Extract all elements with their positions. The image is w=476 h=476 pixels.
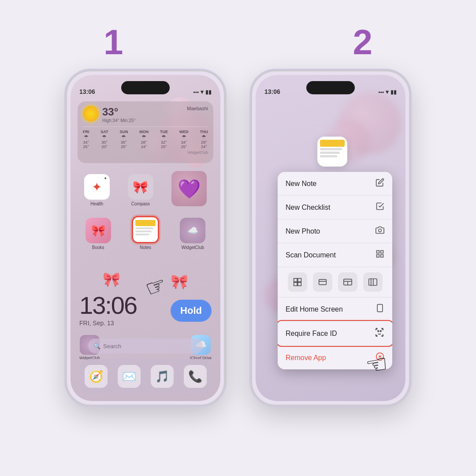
menu-item-edit-home[interactable]: Edit Home Screen [278, 298, 392, 321]
notes-app[interactable]: Notes [132, 216, 159, 250]
svg-rect-3 [381, 255, 383, 257]
expand-icon-btn[interactable] [313, 272, 332, 292]
weather-day-sun: SUN ☂ 35° 25° [119, 130, 128, 149]
weather-day-mon: MON ☂ 28° 24° [139, 130, 149, 149]
menu-item-new-note[interactable]: New Note [278, 172, 392, 196]
heart-widget: 💜 [171, 171, 207, 206]
scan-doc-label: Scan Document [286, 251, 336, 259]
step-2-number: 2 [353, 22, 373, 63]
notes-line-1 [135, 227, 153, 229]
dock-music[interactable]: 🎵 [151, 365, 174, 388]
step-1-number: 1 [104, 22, 123, 63]
new-photo-label: New Photo [286, 227, 320, 235]
heart-widget-icon: 💜 [171, 171, 207, 206]
status-time-1: 13:06 [79, 88, 95, 95]
edit-home-icon [376, 304, 384, 315]
status-icons-2: ▪▪▪ ▾ ▮▮ [378, 89, 397, 95]
wifi-icon: ▾ [201, 89, 204, 95]
books-label: Books [92, 245, 104, 250]
dock-compass[interactable]: 🧭 [85, 365, 108, 388]
bow-icon: 🎀 [133, 180, 148, 194]
notes-label: Notes [140, 245, 151, 250]
weather-city: Maebashi [187, 106, 208, 111]
remove-app-label: Remove App [286, 354, 326, 362]
search-bar-1[interactable]: 🔍 Search [88, 338, 203, 353]
weather-day-wed: WED ☂ 34° 25° [179, 130, 189, 149]
books-app[interactable]: 🎀 Books [86, 218, 111, 250]
health-app[interactable]: ✦ ✦ Health [84, 174, 110, 206]
notes-line-3 [135, 234, 149, 235]
widgetclub-label: WidgetClub [181, 245, 204, 250]
sparkle-icon: ✦ [104, 176, 107, 181]
weather-days: FRI ☂ 34° 25° SAT ☂ 30° 20° SUN ☂ 35 [83, 126, 208, 149]
dock-mail[interactable]: ✉️ [118, 365, 141, 388]
svg-rect-6 [298, 279, 301, 282]
dock-phone[interactable]: 📞 [184, 365, 207, 388]
weather-widget: 33° High:34° Min:25° Maebashi FRI ☂ 34° … [78, 101, 213, 163]
notes-yellow-bar [135, 220, 156, 226]
require-face-id-label: Require Face ID [286, 330, 337, 338]
health-label: Health [90, 201, 103, 206]
menu-item-new-photo[interactable]: New Photo [278, 219, 392, 243]
list-icon-btn[interactable] [363, 272, 383, 292]
phone-2: 13:06 ▪▪▪ ▾ ▮▮ New Note [251, 71, 410, 405]
dynamic-island-1 [121, 81, 170, 94]
svg-rect-2 [381, 251, 383, 253]
status-icons-1: ▪▪▪ ▾ ▮▮ [193, 89, 212, 95]
bow-right: 🎀 [171, 273, 188, 290]
new-checklist-label: New Checklist [286, 204, 330, 212]
compass-app[interactable]: 🎀 Compass [128, 174, 153, 206]
status-time-2: 13:06 [264, 88, 280, 95]
weather-day-sat: SAT ☂ 30° 20° [100, 130, 108, 149]
signal-icon-2: ▪▪▪ [378, 89, 384, 95]
grid-icon-btn[interactable] [338, 272, 357, 292]
widgetclub-icon-inner: ☁️ [187, 225, 198, 236]
search-icon: 🔍 [93, 343, 100, 350]
menu-item-new-checklist[interactable]: New Checklist [278, 196, 392, 219]
time-display: 13:06 FRI, Sep. 13 [79, 291, 137, 327]
health-heart-icon: ✦ [92, 180, 102, 194]
weather-day-tue: TUE ☂ 32° 25° [160, 130, 168, 149]
menu-item-scan-doc[interactable]: Scan Document [278, 243, 392, 267]
notes-p2-line-2 [320, 152, 340, 154]
widgetclub-app[interactable]: ☁️ WidgetClub [180, 218, 205, 250]
hold-label: Hold [180, 305, 202, 316]
new-note-icon [376, 178, 384, 189]
weather-info: 33° High:34° Min:25° [102, 106, 183, 123]
notes-icon-p2[interactable] [317, 137, 347, 167]
svg-point-19 [378, 331, 379, 332]
edit-home-label: Edit Home Screen [286, 305, 343, 313]
widget-club-credit: WidgetClub [83, 150, 208, 155]
svg-rect-5 [294, 279, 297, 282]
app-row-1: ✦ ✦ Health 🎀 Compass 💜 [75, 171, 216, 206]
bow-left: 🎀 [103, 271, 120, 288]
weather-top: 33° High:34° Min:25° Maebashi [83, 106, 208, 123]
scan-doc-icon [376, 249, 384, 260]
books-app-icon: 🎀 [86, 218, 111, 243]
weather-day-fri: FRI ☂ 34° 25° [83, 130, 89, 149]
bow-books-icon: 🎀 [91, 224, 105, 238]
svg-point-0 [379, 229, 382, 232]
weather-day-thu: THU ☂ 29° 24° [200, 130, 208, 149]
phone-1: 13:06 ▪▪▪ ▾ ▮▮ 33° High:34° Min:25° Maeb… [66, 71, 225, 405]
battery-icon: ▮▮ [205, 89, 212, 95]
svg-rect-1 [377, 251, 379, 253]
hold-button[interactable]: Hold [171, 300, 212, 322]
svg-rect-4 [377, 255, 379, 257]
health-app-icon: ✦ ✦ [84, 174, 110, 200]
battery-icon-2: ▮▮ [390, 89, 397, 95]
time-big: 13:06 [79, 291, 137, 320]
menu-icon-row [278, 267, 392, 298]
date-text: FRI, Sep. 13 [79, 320, 137, 327]
menu-item-require-face-id[interactable]: Require Face ID [278, 321, 392, 346]
widgetclub-app-icon: ☁️ [180, 218, 205, 243]
main-container: 1 2 13:06 ▪▪▪ ▾ ▮ [0, 0, 476, 476]
phone-1-screen: 13:06 ▪▪▪ ▾ ▮▮ 33° High:34° Min:25° Maeb… [71, 75, 220, 401]
weather-sub: High:34° Min:25° [102, 118, 183, 123]
face-id-icon [375, 327, 384, 339]
signal-icon: ▪▪▪ [193, 89, 199, 95]
compass-label: Compass [131, 201, 150, 206]
share-icon-btn[interactable] [288, 272, 307, 292]
dock-1: 🧭 ✉️ 🎵 📞 [79, 359, 212, 394]
weather-temp: 33° [102, 106, 183, 118]
